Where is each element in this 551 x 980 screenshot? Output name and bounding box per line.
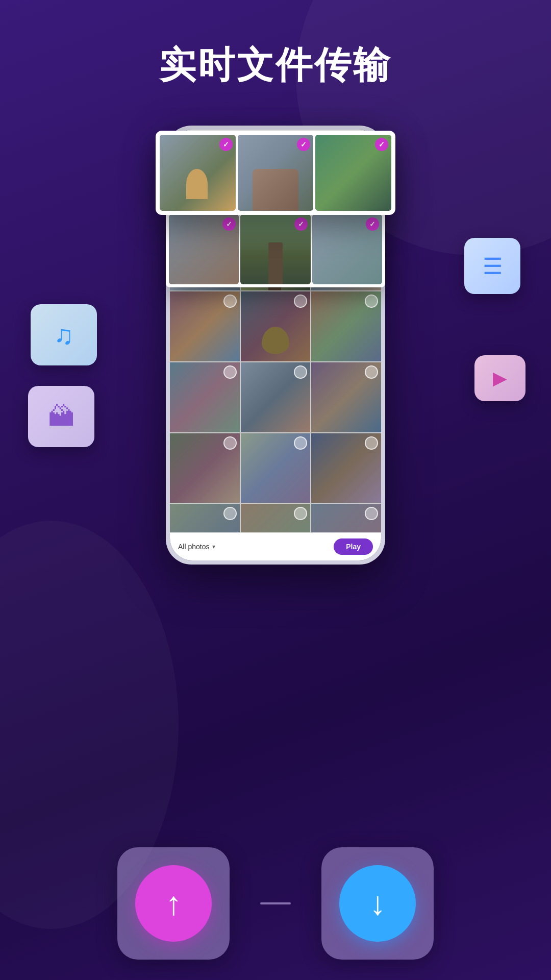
play-button[interactable]: Play [334, 538, 373, 555]
title-section: 实时文件传输 [0, 0, 551, 110]
selected-photo-2: ✓ [238, 135, 314, 211]
phone-bottom-bar: All photos ▾ Play [170, 532, 381, 560]
download-box: ↓ [321, 847, 434, 960]
table-row[interactable] [241, 362, 311, 432]
download-icon: ↓ [369, 885, 386, 922]
page-title: 实时文件传输 [0, 41, 551, 90]
uncheck-badge [223, 507, 237, 520]
table-row[interactable] [311, 291, 381, 361]
check-badge-3: ✓ [375, 138, 388, 151]
uncheck-badge [365, 436, 378, 450]
uncheck-badge [223, 295, 237, 308]
table-row[interactable] [170, 362, 240, 432]
uncheck-badge [365, 365, 378, 379]
check-badge-6: ✓ [366, 217, 379, 231]
video-play-icon: ▶ [493, 368, 507, 389]
table-row[interactable] [241, 291, 311, 361]
transfer-section: ↑ ↓ [117, 847, 434, 960]
table-row[interactable] [241, 433, 311, 503]
image-card: 🏔 [28, 386, 94, 447]
phone-wrapper: ♫ 🏔 ☰ ▶ ✓ ✓ ✓ ✓ [0, 110, 551, 672]
upload-icon: ↑ [165, 885, 182, 922]
all-photos-button[interactable]: All photos ▾ [178, 543, 215, 551]
table-row[interactable] [311, 433, 381, 503]
video-card: ▶ [474, 355, 525, 401]
selected-photos-card-top: ✓ ✓ ✓ [156, 131, 395, 215]
upload-circle[interactable]: ↑ [135, 865, 212, 942]
music-icon: ♫ [54, 320, 74, 350]
music-card: ♫ [31, 304, 97, 365]
table-row[interactable] [170, 291, 240, 361]
uncheck-badge [223, 365, 237, 379]
selected-photos-card-2: ✓ ✓ ✓ [166, 211, 385, 287]
image-icon: 🏔 [48, 401, 74, 432]
uncheck-badge [223, 436, 237, 450]
download-circle[interactable]: ↓ [339, 865, 416, 942]
dropdown-arrow-icon: ▾ [212, 543, 215, 550]
check-badge-1: ✓ [219, 138, 233, 151]
selected-photo-6: ✓ [312, 214, 382, 284]
document-icon: ☰ [483, 253, 503, 279]
document-card: ☰ [464, 238, 520, 294]
uncheck-badge [294, 436, 307, 450]
selected-photo-4: ✓ [169, 214, 239, 284]
table-row[interactable] [311, 362, 381, 432]
all-photos-label: All photos [178, 543, 209, 551]
check-badge-5: ✓ [294, 217, 308, 231]
upload-box: ↑ [117, 847, 230, 960]
table-row[interactable] [170, 433, 240, 503]
selected-photo-5: ✓ [240, 214, 310, 284]
selected-photo-1: ✓ [160, 135, 236, 211]
connector-line [260, 902, 291, 904]
selected-photo-3: ✓ [315, 135, 391, 211]
